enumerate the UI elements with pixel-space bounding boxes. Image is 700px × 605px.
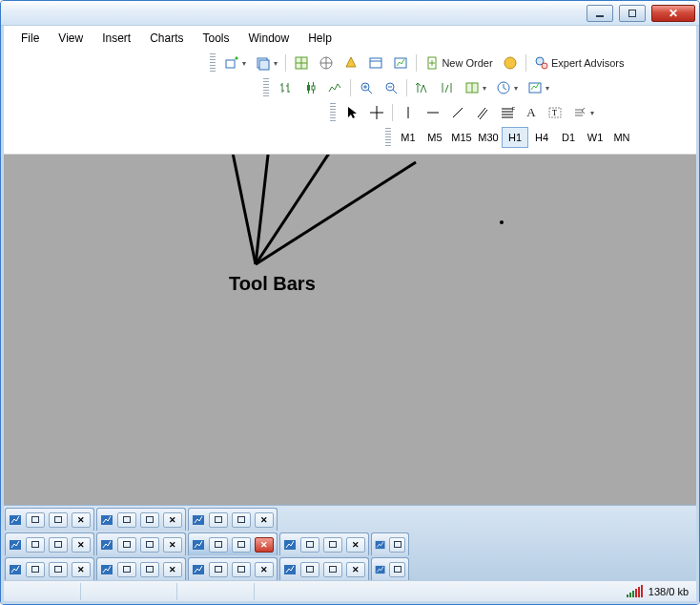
tab-maximize-button[interactable] xyxy=(140,537,159,553)
candlestick-button[interactable] xyxy=(299,77,321,98)
timeframe-w1[interactable]: W1 xyxy=(582,127,608,148)
tab-close-button[interactable]: ✕ xyxy=(255,562,274,577)
text-button[interactable]: A xyxy=(521,102,542,123)
timeframe-mn[interactable]: MN xyxy=(608,127,635,148)
tab-restore-button[interactable] xyxy=(26,537,45,553)
tab-restore-button[interactable] xyxy=(117,537,136,553)
horizontal-line-button[interactable] xyxy=(422,102,444,123)
menu-file[interactable]: File xyxy=(13,28,47,49)
menu-view[interactable]: View xyxy=(51,28,91,49)
tab-close-button[interactable]: ✕ xyxy=(163,512,182,528)
tab-restore-button[interactable] xyxy=(117,562,136,577)
trendline-button[interactable] xyxy=(446,102,469,123)
tab-restore-button[interactable] xyxy=(300,537,319,553)
tab-maximize-button[interactable] xyxy=(140,562,159,577)
tab-maximize-button[interactable] xyxy=(232,512,251,528)
chart-tab-active[interactable]: ✕ xyxy=(188,532,278,555)
chart-tab[interactable] xyxy=(371,557,409,580)
menu-charts[interactable]: Charts xyxy=(142,28,191,49)
toolbar-grip[interactable] xyxy=(330,103,336,122)
menu-window[interactable]: Window xyxy=(241,28,298,49)
line-chart-button[interactable] xyxy=(323,77,346,98)
equidistant-channel-button[interactable] xyxy=(471,102,494,123)
tab-close-button[interactable]: ✕ xyxy=(72,537,91,553)
data-window-toggle[interactable] xyxy=(340,52,362,73)
tab-close-button[interactable]: ✕ xyxy=(346,562,365,577)
tab-maximize-button[interactable] xyxy=(49,537,68,553)
chart-tab[interactable]: ✕ xyxy=(279,557,369,580)
new-order-button[interactable]: New Order xyxy=(421,52,497,73)
bar-chart-button[interactable] xyxy=(274,77,297,98)
window-minimize-button[interactable] xyxy=(587,5,613,22)
chart-tab[interactable]: ✕ xyxy=(96,508,186,531)
tab-restore-button[interactable] xyxy=(26,562,45,577)
chart-canvas[interactable]: Tool Bars xyxy=(4,155,696,505)
menu-help[interactable]: Help xyxy=(300,28,340,49)
tab-close-button[interactable]: ✕ xyxy=(255,512,274,528)
tab-maximize-button[interactable] xyxy=(323,537,342,553)
strategy-tester-toggle[interactable] xyxy=(389,52,412,73)
chart-tab[interactable]: ✕ xyxy=(188,508,278,531)
terminal-toggle[interactable] xyxy=(364,52,387,73)
chart-tab[interactable]: ✕ xyxy=(96,532,186,555)
text-label-button[interactable]: T xyxy=(544,102,566,123)
tab-maximize-button[interactable] xyxy=(232,537,251,553)
tab-restore-button[interactable] xyxy=(389,562,405,577)
timeframe-m30[interactable]: M30 xyxy=(475,127,502,148)
chart-tab[interactable]: ✕ xyxy=(96,557,186,580)
templates-button[interactable]: ▾ xyxy=(524,77,553,98)
menu-tools[interactable]: Tools xyxy=(196,28,237,49)
tab-close-button[interactable]: ✕ xyxy=(163,562,182,577)
chart-tab[interactable]: ✕ xyxy=(5,508,94,531)
tab-maximize-button[interactable] xyxy=(323,562,342,577)
timeframe-m1[interactable]: M1 xyxy=(395,127,422,148)
tab-restore-button[interactable] xyxy=(209,562,228,577)
chart-tab[interactable]: ✕ xyxy=(5,532,94,555)
tab-restore-button[interactable] xyxy=(209,512,228,528)
tab-restore-button[interactable] xyxy=(209,537,228,553)
tab-maximize-button[interactable] xyxy=(49,512,68,528)
market-watch-toggle[interactable] xyxy=(290,52,313,73)
menu-insert[interactable]: Insert xyxy=(94,28,138,49)
new-chart-button[interactable]: ▾ xyxy=(220,52,250,73)
chart-shift-button[interactable] xyxy=(436,77,459,98)
tab-maximize-button[interactable] xyxy=(49,562,68,577)
chart-tab[interactable]: ✕ xyxy=(5,557,94,580)
toolbar-grip[interactable] xyxy=(210,53,216,73)
timeframe-m15[interactable]: M15 xyxy=(448,127,475,148)
zoom-in-button[interactable] xyxy=(355,77,378,98)
periodicity-button[interactable]: ▾ xyxy=(492,77,522,98)
tab-close-button[interactable]: ✕ xyxy=(72,512,91,528)
arrows-button[interactable]: ▾ xyxy=(568,102,598,123)
window-close-button[interactable]: ✕ xyxy=(651,5,695,22)
tab-close-button[interactable]: ✕ xyxy=(72,562,91,577)
chart-tab[interactable] xyxy=(371,532,409,555)
tab-restore-button[interactable] xyxy=(389,537,405,553)
navigator-toggle[interactable] xyxy=(315,52,338,73)
tab-close-button[interactable]: ✕ xyxy=(163,537,182,553)
tab-restore-button[interactable] xyxy=(117,512,136,528)
toolbar-grip[interactable] xyxy=(263,78,269,97)
timeframe-h1[interactable]: H1 xyxy=(502,127,528,148)
fibonacci-button[interactable]: F xyxy=(496,102,519,123)
cursor-button[interactable] xyxy=(340,102,363,123)
vertical-line-button[interactable] xyxy=(397,102,420,123)
indicators-button[interactable]: ▾ xyxy=(461,77,490,98)
tab-restore-button[interactable] xyxy=(26,512,45,528)
window-restore-button[interactable] xyxy=(619,5,646,22)
metaquotes-button[interactable] xyxy=(499,52,522,73)
timeframe-d1[interactable]: D1 xyxy=(555,127,582,148)
crosshair-button[interactable] xyxy=(365,102,388,123)
timeframe-h4[interactable]: H4 xyxy=(528,127,555,148)
auto-scroll-button[interactable] xyxy=(411,77,434,98)
profiles-button[interactable]: ▾ xyxy=(252,52,281,73)
expert-advisors-button[interactable]: Expert Advisors xyxy=(530,52,628,73)
tab-restore-button[interactable] xyxy=(300,562,319,577)
chart-tab[interactable]: ✕ xyxy=(188,557,278,580)
chart-tab[interactable]: ✕ xyxy=(279,532,369,555)
tab-maximize-button[interactable] xyxy=(232,562,251,577)
tab-maximize-button[interactable] xyxy=(140,512,159,528)
tab-close-button[interactable]: ✕ xyxy=(346,537,365,553)
tab-close-button[interactable]: ✕ xyxy=(255,537,274,553)
toolbar-grip[interactable] xyxy=(385,128,391,147)
